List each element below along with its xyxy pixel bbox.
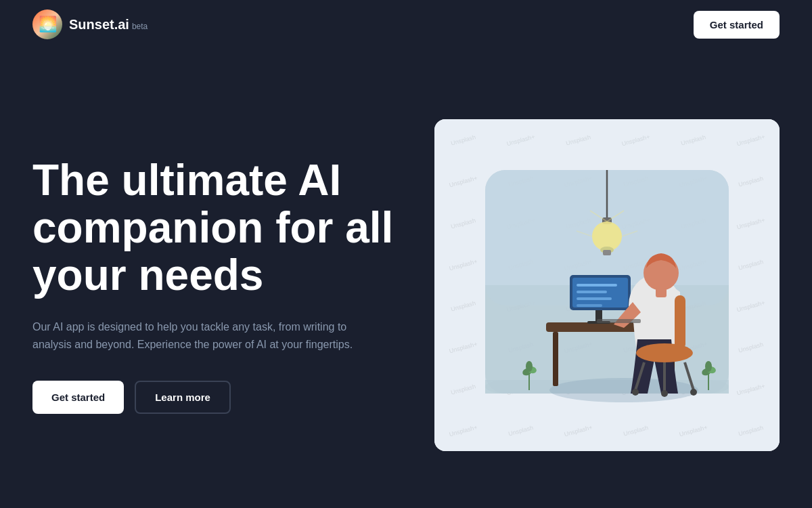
svg-point-33	[661, 390, 668, 397]
svg-rect-18	[577, 284, 617, 287]
hero-learn-more-button[interactable]: Learn more	[135, 381, 231, 414]
svg-point-27	[636, 343, 693, 362]
logo-icon: 🌅	[32, 9, 62, 39]
svg-rect-25	[597, 319, 641, 323]
svg-rect-21	[577, 304, 602, 307]
navbar: 🌅 Sunset.aibeta Get started	[0, 0, 812, 49]
nav-get-started-button[interactable]: Get started	[694, 11, 780, 39]
hero-illustration: Unsplash Unsplash+ Unsplash Unsplash+ Un…	[434, 119, 780, 451]
hero-svg-illustration	[465, 150, 749, 421]
hero-get-started-button[interactable]: Get started	[32, 381, 124, 414]
svg-point-37	[526, 361, 533, 372]
nav-left: 🌅 Sunset.aibeta	[32, 9, 148, 39]
illustration-bg: Unsplash Unsplash+ Unsplash Unsplash+ Un…	[434, 119, 780, 451]
hero-title: The ultimate AI companion for all your n…	[32, 156, 411, 299]
svg-point-32	[690, 389, 697, 396]
brand-name-text: Sunset.ai	[69, 17, 129, 32]
svg-point-31	[632, 389, 639, 396]
svg-rect-19	[577, 291, 607, 293]
hero-buttons: Get started Learn more	[32, 381, 411, 414]
svg-rect-26	[675, 295, 685, 350]
svg-point-41	[705, 361, 712, 372]
svg-rect-10	[603, 250, 611, 255]
hero-section: The ultimate AI companion for all your n…	[0, 49, 812, 508]
svg-rect-12	[553, 332, 558, 386]
beta-badge: beta	[132, 22, 148, 31]
svg-rect-20	[577, 297, 612, 300]
svg-rect-24	[656, 288, 667, 297]
hero-left: The ultimate AI companion for all your n…	[32, 156, 411, 415]
hero-subtitle: Our AI app is designed to help you tackl…	[32, 318, 371, 354]
brand-name: Sunset.aibeta	[69, 17, 148, 33]
